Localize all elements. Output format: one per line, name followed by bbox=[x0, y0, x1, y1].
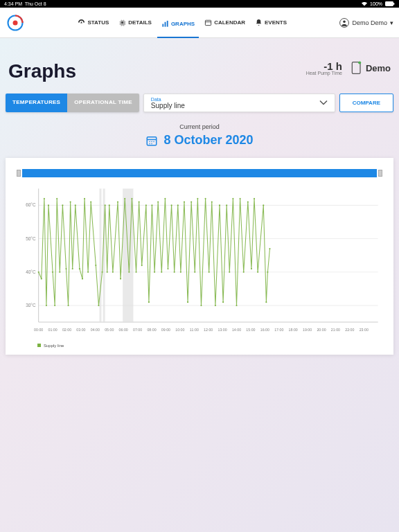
svg-point-104 bbox=[180, 271, 181, 272]
nav-calendar[interactable]: CALENDAR bbox=[200, 16, 249, 29]
svg-point-99 bbox=[164, 197, 166, 199]
svg-point-95 bbox=[151, 204, 152, 206]
svg-text:13:00: 13:00 bbox=[218, 327, 227, 331]
bell-icon bbox=[255, 19, 263, 26]
svg-point-81 bbox=[105, 204, 106, 206]
svg-text:01:00: 01:00 bbox=[48, 327, 57, 331]
chevron-down-icon bbox=[319, 99, 328, 107]
svg-text:23:00: 23:00 bbox=[360, 327, 369, 331]
svg-point-71 bbox=[72, 267, 73, 269]
svg-point-18 bbox=[154, 141, 155, 142]
svg-text:02:00: 02:00 bbox=[62, 327, 71, 331]
data-select-value: Supply line bbox=[151, 102, 328, 109]
svg-point-115 bbox=[219, 204, 220, 206]
svg-point-3 bbox=[13, 20, 18, 25]
chevron-down-icon: ▾ bbox=[390, 19, 393, 26]
device-icon bbox=[351, 61, 363, 75]
tab-temperatures[interactable]: TEMPERATURES bbox=[6, 94, 67, 112]
svg-point-101 bbox=[171, 204, 172, 206]
svg-point-74 bbox=[82, 278, 83, 279]
data-series-select[interactable]: Data Supply line bbox=[143, 94, 335, 112]
svg-text:03:00: 03:00 bbox=[76, 327, 85, 331]
user-name: Demo Demo bbox=[352, 19, 387, 26]
time-scrubber[interactable] bbox=[17, 169, 382, 177]
svg-point-100 bbox=[167, 267, 168, 269]
svg-point-20 bbox=[152, 143, 153, 144]
svg-text:08:00: 08:00 bbox=[147, 327, 156, 331]
svg-point-69 bbox=[67, 304, 69, 305]
heat-pump-info: -1 h Heat Pump Time Demo bbox=[306, 60, 391, 76]
graph-mode-tabs: TEMPERATURES OPERATIONAL TIME bbox=[6, 94, 139, 112]
svg-point-129 bbox=[267, 271, 268, 272]
svg-text:21:00: 21:00 bbox=[331, 327, 340, 331]
device-status-bar: 4:34 PM Thu Oct 8 100% bbox=[0, 0, 399, 8]
svg-point-59 bbox=[41, 278, 42, 279]
svg-point-11 bbox=[344, 20, 346, 23]
scrub-track[interactable] bbox=[22, 169, 377, 177]
gauge-icon bbox=[78, 19, 85, 26]
status-date: Thu Oct 8 bbox=[25, 1, 46, 6]
svg-point-92 bbox=[141, 265, 143, 266]
nav-status[interactable]: STATUS bbox=[73, 16, 113, 29]
svg-rect-8 bbox=[206, 20, 211, 25]
svg-point-63 bbox=[52, 271, 53, 272]
user-menu[interactable]: Demo Demo ▾ bbox=[339, 18, 393, 28]
scrub-handle-left[interactable] bbox=[17, 170, 21, 177]
brand-logo[interactable] bbox=[6, 13, 25, 33]
calendar-icon bbox=[145, 134, 158, 147]
svg-point-60 bbox=[44, 197, 45, 199]
svg-point-126 bbox=[257, 271, 258, 272]
data-select-label: Data bbox=[151, 97, 328, 102]
svg-point-58 bbox=[38, 271, 39, 272]
bar-chart-icon bbox=[161, 20, 169, 28]
svg-rect-0 bbox=[385, 1, 393, 6]
svg-point-111 bbox=[205, 197, 206, 199]
svg-point-82 bbox=[107, 271, 108, 272]
svg-point-121 bbox=[240, 197, 241, 199]
chart-card: 30°C40°C50°C60°C00:0001:0002:0003:0004:0… bbox=[6, 158, 393, 355]
status-time: 4:34 PM bbox=[4, 1, 22, 6]
svg-point-105 bbox=[184, 201, 185, 202]
svg-point-79 bbox=[98, 304, 99, 305]
user-icon bbox=[339, 18, 349, 28]
svg-text:17:00: 17:00 bbox=[274, 327, 283, 331]
svg-text:04:00: 04:00 bbox=[91, 327, 100, 331]
svg-point-80 bbox=[101, 271, 103, 272]
svg-point-13 bbox=[358, 61, 361, 64]
svg-point-67 bbox=[62, 204, 63, 206]
device-name: Demo bbox=[366, 63, 391, 73]
svg-point-89 bbox=[131, 197, 132, 199]
svg-point-124 bbox=[251, 267, 252, 269]
wifi-icon bbox=[362, 1, 367, 7]
nav-graphs[interactable]: GRAPHS bbox=[157, 16, 199, 38]
svg-point-108 bbox=[194, 271, 195, 272]
line-chart[interactable]: 30°C40°C50°C60°C00:0001:0002:0003:0004:0… bbox=[17, 184, 382, 337]
svg-point-72 bbox=[75, 204, 76, 206]
tab-operational-time[interactable]: OPERATIONAL TIME bbox=[67, 94, 139, 112]
svg-point-123 bbox=[247, 201, 249, 202]
device-chip[interactable]: Demo bbox=[351, 61, 391, 75]
period-date-picker[interactable]: 8 October 2020 bbox=[145, 133, 253, 148]
svg-point-86 bbox=[120, 278, 121, 279]
svg-text:50°C: 50°C bbox=[26, 236, 36, 240]
svg-point-85 bbox=[117, 201, 118, 202]
nav-details[interactable]: DETAILS bbox=[114, 16, 156, 29]
svg-text:19:00: 19:00 bbox=[303, 327, 312, 331]
nav-events[interactable]: EVENTS bbox=[251, 16, 291, 29]
scrub-handle-right[interactable] bbox=[378, 170, 382, 177]
svg-point-88 bbox=[128, 271, 130, 272]
svg-point-83 bbox=[109, 204, 110, 206]
svg-point-97 bbox=[157, 201, 159, 202]
svg-point-118 bbox=[229, 271, 230, 272]
svg-point-4 bbox=[121, 21, 123, 24]
svg-point-70 bbox=[70, 201, 71, 202]
svg-point-16 bbox=[150, 141, 151, 142]
svg-rect-5 bbox=[162, 24, 163, 26]
svg-point-113 bbox=[211, 201, 213, 202]
svg-text:05:00: 05:00 bbox=[105, 327, 114, 331]
svg-point-87 bbox=[124, 197, 125, 199]
compare-button[interactable]: COMPARE bbox=[339, 94, 393, 112]
svg-point-127 bbox=[263, 204, 264, 206]
svg-text:30°C: 30°C bbox=[26, 303, 36, 308]
svg-text:07:00: 07:00 bbox=[133, 327, 142, 331]
